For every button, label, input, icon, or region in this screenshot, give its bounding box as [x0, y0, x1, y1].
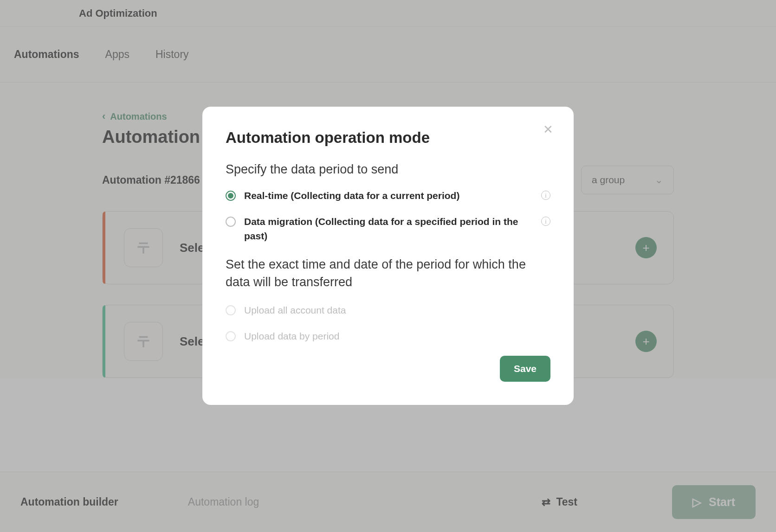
radio-option-upload-all[interactable]: Upload all account data: [226, 303, 550, 317]
info-icon[interactable]: i: [541, 217, 550, 226]
radio-label: Upload all account data: [244, 303, 550, 317]
info-icon[interactable]: i: [541, 191, 550, 200]
modal-overlay[interactable]: ✕ Automation operation mode Specify the …: [0, 0, 776, 532]
radio-option-migration[interactable]: Data migration (Collecting data for a sp…: [226, 215, 550, 243]
radio-label: Upload data by period: [244, 329, 550, 343]
radio-label: Data migration (Collecting data for a sp…: [244, 215, 528, 243]
radio-icon: [226, 331, 236, 341]
radio-option-realtime[interactable]: Real-time (Collecting data for a current…: [226, 189, 550, 203]
save-button[interactable]: Save: [500, 356, 550, 382]
modal-title: Automation operation mode: [226, 129, 550, 147]
modal-section-time: Set the exact time and date of the perio…: [226, 256, 550, 291]
save-label: Save: [514, 363, 537, 374]
close-button[interactable]: ✕: [541, 123, 555, 137]
radio-option-upload-period[interactable]: Upload data by period: [226, 329, 550, 343]
operation-mode-modal: ✕ Automation operation mode Specify the …: [202, 107, 574, 405]
radio-label: Real-time (Collecting data for a current…: [244, 189, 528, 203]
radio-icon: [226, 191, 236, 201]
close-icon: ✕: [543, 122, 553, 136]
radio-icon: [226, 305, 236, 315]
modal-section-period: Specify the data period to send: [226, 162, 550, 177]
radio-icon: [226, 217, 236, 227]
